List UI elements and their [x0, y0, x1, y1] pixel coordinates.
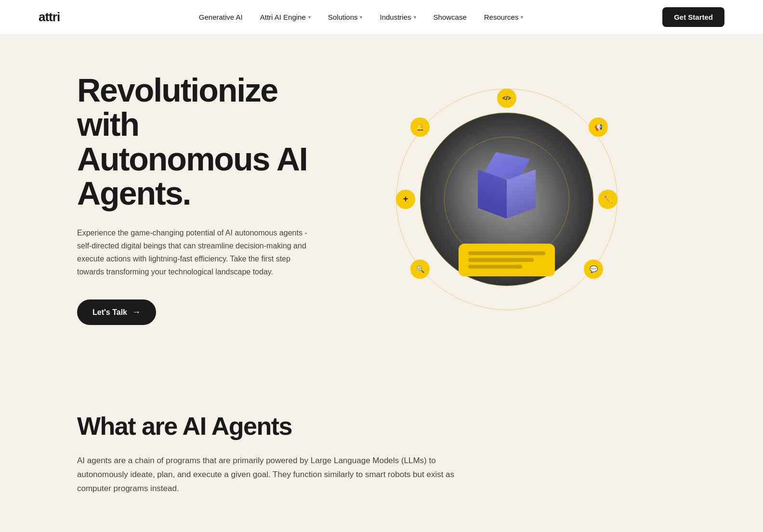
ai-agents-description: AI agents are a chain of programs that a…: [77, 454, 472, 496]
orbit-icon-chat: 💬: [584, 260, 603, 279]
nav-link-resources[interactable]: Resources ▾: [484, 13, 524, 21]
hero-title: Revolutionize with Autonomous AI Agents.: [77, 73, 328, 211]
nav-link-showcase[interactable]: Showcase: [434, 13, 467, 21]
get-started-button[interactable]: Get Started: [662, 7, 724, 27]
nav-links: Generative AI Attri AI Engine ▾ Solution…: [199, 13, 524, 21]
nav-item-solutions[interactable]: Solutions ▾: [328, 13, 363, 21]
nav-item-industries[interactable]: Industries ▾: [380, 13, 416, 21]
message-line-2: [468, 258, 534, 262]
nav-item-showcase[interactable]: Showcase: [434, 13, 467, 21]
nav-item-attri-ai-engine[interactable]: Attri AI Engine ▾: [260, 13, 311, 21]
lets-talk-button[interactable]: Let's Talk →: [77, 299, 156, 325]
chevron-down-icon: ▾: [360, 14, 362, 20]
hero-illustration: </> 🔔 📢 + ✏️ 🔍 💬: [328, 74, 686, 324]
orbit-icon-search: 🔍: [410, 260, 430, 279]
message-card: [459, 244, 555, 276]
ai-agents-section: What are AI Agents AI agents are a chain…: [0, 363, 763, 532]
navbar: attri Generative AI Attri AI Engine ▾ So…: [0, 0, 763, 35]
message-line-3: [468, 265, 522, 269]
nav-link-attri-ai-engine[interactable]: Attri AI Engine ▾: [260, 13, 311, 21]
orbit-icon-code: </>: [497, 89, 516, 108]
hero-section: Revolutionize with Autonomous AI Agents.…: [0, 35, 763, 363]
orbit-icon-edit: ✏️: [598, 190, 618, 209]
nav-link-solutions[interactable]: Solutions ▾: [328, 13, 363, 21]
logo[interactable]: attri: [39, 10, 60, 25]
hero-description: Experience the game-changing potential o…: [77, 226, 308, 279]
orbit-icon-bell: 🔔: [410, 117, 430, 137]
nav-link-generative-ai[interactable]: Generative AI: [199, 13, 243, 21]
message-line-1: [468, 251, 545, 255]
chevron-down-icon: ▾: [308, 14, 311, 20]
orbit-icon-megaphone: 📢: [589, 117, 608, 137]
orbit-icon-plus: +: [396, 190, 415, 209]
chevron-down-icon: ▾: [521, 14, 523, 20]
chevron-down-icon: ▾: [414, 14, 416, 20]
orbit-container: </> 🔔 📢 + ✏️ 🔍 💬: [401, 93, 613, 305]
nav-link-industries[interactable]: Industries ▾: [380, 13, 416, 21]
3d-cube: [478, 156, 536, 223]
hero-text-block: Revolutionize with Autonomous AI Agents.…: [77, 73, 328, 325]
nav-item-resources[interactable]: Resources ▾: [484, 13, 524, 21]
ai-agents-title: What are AI Agents: [77, 412, 686, 441]
arrow-icon: →: [132, 307, 141, 317]
nav-item-generative-ai[interactable]: Generative AI: [199, 13, 243, 21]
